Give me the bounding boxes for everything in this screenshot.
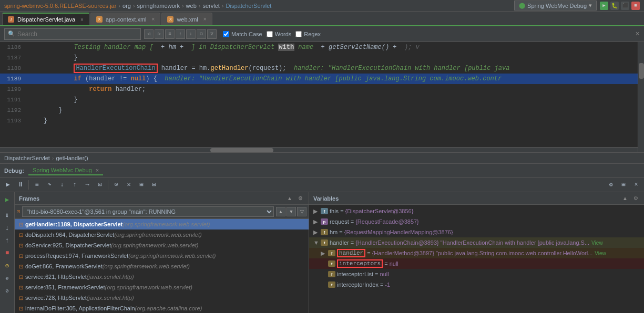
variables-panel-header: Variables ▲ ⚙ xyxy=(309,192,644,205)
layout-icon[interactable]: ⊞ xyxy=(618,179,629,191)
frames-expand-icon[interactable]: ▲ xyxy=(285,194,294,203)
var-expand-icon[interactable]: ▶ xyxy=(321,250,328,257)
var-item-handler-root[interactable]: ▼ f handler = {HandlerExecutionChain@389… xyxy=(309,237,644,248)
thread-next-btn[interactable]: ▼ xyxy=(287,207,296,216)
tab-dispatcher-java[interactable]: J DispatcherServlet.java × xyxy=(2,13,89,25)
debug-expand-btn[interactable]: ⊞ xyxy=(136,179,147,191)
thread-prev-btn[interactable]: ▲ xyxy=(276,207,285,216)
tab-close-icon[interactable]: × xyxy=(80,17,84,23)
regex-checkbox[interactable] xyxy=(295,31,302,37)
var-expand-icon[interactable]: ▼ xyxy=(313,239,321,246)
code-lines: 1186 Testing handler map [ + hm + ] in D… xyxy=(0,42,644,126)
frame-item-7[interactable]: ⊡ service:728, HttpServlet (javax.servle… xyxy=(15,293,309,303)
scrollbar-vertical[interactable] xyxy=(638,42,644,152)
frame-item-1[interactable]: ⊡ doDispatch:964, DispatcherServlet (org… xyxy=(15,229,309,240)
var-expand-icon[interactable]: ▶ xyxy=(313,229,321,236)
close-debug-icon[interactable]: × xyxy=(630,179,642,191)
debug-resume-btn[interactable]: ▶ xyxy=(2,179,14,191)
debug-icon-btn[interactable]: 🐛 xyxy=(610,2,619,10)
debug-collapse-btn[interactable]: ⊟ xyxy=(148,179,160,191)
tab-label: app-context.xml xyxy=(106,16,147,23)
mute-sidebar-btn[interactable]: ⊙ xyxy=(2,260,13,271)
step-into-sidebar-btn[interactable]: ↓ xyxy=(2,223,13,233)
find-all-btn[interactable]: ≡ xyxy=(165,29,175,39)
close-icon[interactable]: ■ xyxy=(631,2,640,10)
var-item-hm[interactable]: ▶ f hm = {RequestMappingHandlerMapping@3… xyxy=(309,227,644,237)
search-input[interactable] xyxy=(17,30,122,38)
filter-btn[interactable]: ▽ xyxy=(207,29,217,39)
debug-session-tab[interactable]: Spring WebMvc Debug × xyxy=(28,166,103,175)
debug-frames-btn[interactable]: ≡ xyxy=(31,179,43,191)
search-close-btn[interactable]: × xyxy=(636,30,640,38)
toolbar-separator xyxy=(28,180,29,190)
frames-settings-icon[interactable]: ⚙ xyxy=(296,194,304,203)
run-icon[interactable]: ▶ xyxy=(600,2,608,10)
frame-item-0[interactable]: ⊡ getHandler:1189, DispatcherServlet (or… xyxy=(15,219,309,229)
view-breakpoints-btn[interactable]: ⊚ xyxy=(2,273,13,284)
debug-session-tab-close[interactable]: × xyxy=(96,167,99,173)
words-checkbox[interactable] xyxy=(267,31,273,37)
scrollbar-horizontal[interactable] xyxy=(0,147,638,152)
stop-icon[interactable]: ⬛ xyxy=(621,2,629,10)
match-case-option[interactable]: Match Case xyxy=(223,31,262,37)
view-link[interactable]: View xyxy=(595,251,606,256)
disable-breakpoints-btn[interactable]: ⊘ xyxy=(2,286,13,296)
debug-pause-btn[interactable]: ⏸ xyxy=(15,179,26,191)
match-case-checkbox[interactable] xyxy=(223,31,229,37)
stop-sidebar-btn[interactable]: ■ xyxy=(2,248,13,258)
var-name-outlined: handler xyxy=(337,249,365,257)
debug-mute-btn[interactable]: ⊙ xyxy=(110,179,122,191)
step-out-sidebar-btn[interactable]: ↑ xyxy=(2,235,13,246)
step-over-sidebar-btn[interactable]: ⬇ xyxy=(2,210,13,221)
tab-close-icon[interactable]: × xyxy=(152,16,155,22)
frame-icon: ⊡ xyxy=(19,243,23,248)
nav-down-btn[interactable]: ↓ xyxy=(186,29,196,39)
tab-app-context-xml[interactable]: X app-context.xml × xyxy=(90,13,161,25)
frame-item-8[interactable]: ⊡ internalDoFilter:305, ApplicationFilte… xyxy=(15,303,309,313)
tab-web-xml[interactable]: X web.xml × xyxy=(161,13,212,25)
debug-step-over-btn[interactable]: ↷ xyxy=(44,179,55,191)
var-type-icon: f xyxy=(328,271,335,277)
words-option[interactable]: Words xyxy=(267,31,292,37)
var-item-interceptor-index[interactable]: f interceptorIndex = -1 xyxy=(309,279,644,290)
frame-item-6[interactable]: ⊡ service:851, FrameworkServlet (org.spr… xyxy=(15,282,309,293)
var-item-interceptor-list[interactable]: f interceptorList = null xyxy=(309,269,644,279)
regex-option[interactable]: Regex xyxy=(295,31,321,37)
frame-item-5[interactable]: ⊡ service:621, HttpServlet (javax.servle… xyxy=(15,272,309,282)
debug-step-into-btn[interactable]: ↓ xyxy=(56,179,68,191)
debug-left-sidebar: ▶ ⬇ ↓ ↑ ■ ⊙ ⊚ ⊘ xyxy=(0,192,15,313)
scrollbar-h-thumb[interactable] xyxy=(210,148,273,152)
vars-settings-icon[interactable]: ⚙ xyxy=(631,194,640,203)
var-expand-icon[interactable]: ▶ xyxy=(313,208,321,215)
debug-clear-btn[interactable]: ✕ xyxy=(123,179,135,191)
thread-filter-btn[interactable]: ▽ xyxy=(297,207,306,216)
dropdown-arrow-icon[interactable]: ▾ xyxy=(589,2,592,9)
debug-run-cursor-btn[interactable]: → xyxy=(81,179,93,191)
window-control-icons: ▶ 🐛 ⬛ ■ xyxy=(600,2,640,10)
frame-method: service:728, HttpServlet xyxy=(25,295,87,301)
var-item-handler-child[interactable]: ▶ f handler = {HandlerMethod@3897} "publ… xyxy=(309,248,644,258)
scrollbar-thumb[interactable] xyxy=(639,63,644,79)
frame-method: processRequest:974, FrameworkServlet xyxy=(25,253,128,259)
frame-item-4[interactable]: ⊡ doGet:866, FrameworkServlet (org.sprin… xyxy=(15,261,309,272)
var-item-interceptors[interactable]: f interceptors = null xyxy=(309,258,644,269)
tab-close-icon[interactable]: × xyxy=(203,16,207,22)
thread-nav-btns: ▲ ▼ ▽ xyxy=(276,207,306,216)
debug-step-out-btn[interactable]: ↑ xyxy=(69,179,80,191)
vars-expand-icon[interactable]: ▲ xyxy=(621,194,629,203)
frame-item-3[interactable]: ⊡ processRequest:974, FrameworkServlet (… xyxy=(15,251,309,261)
var-item-request[interactable]: ▶ p request = {RequestFacade@3857} xyxy=(309,216,644,227)
debug-evaluate-btn[interactable]: ⊡ xyxy=(94,179,106,191)
next-match-btn[interactable]: ▷ xyxy=(155,29,164,39)
var-item-this[interactable]: ▶ f this = {DispatcherServlet@3856} xyxy=(309,206,644,216)
nav-up-btn[interactable]: ↑ xyxy=(176,29,185,39)
thread-select[interactable]: "http-bio-8080-exec-1"@3,561 in group "m… xyxy=(22,206,274,217)
view-link[interactable]: View xyxy=(591,240,603,246)
frame-item-2[interactable]: ⊡ doService:925, DispatcherServlet (org.… xyxy=(15,240,309,251)
resume-sidebar-btn[interactable]: ▶ xyxy=(2,194,13,205)
top-bar: spring-webmvc-5.0.6.RELEASE-sources.jar … xyxy=(0,0,644,12)
prev-match-btn[interactable]: ◁ xyxy=(144,29,154,39)
var-expand-icon[interactable]: ▶ xyxy=(313,218,321,225)
settings-icon[interactable]: ⚙ xyxy=(605,179,617,191)
nav-stop-btn[interactable]: ◻ xyxy=(197,29,206,39)
